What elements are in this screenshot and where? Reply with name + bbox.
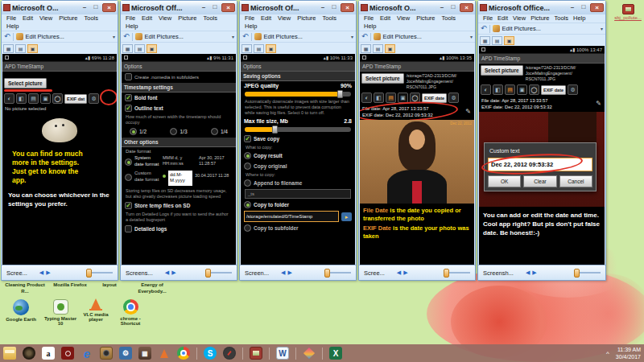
jpeg-quality-slider[interactable]	[245, 92, 351, 97]
bold-font-row[interactable]: ✓Bold font	[122, 93, 236, 103]
single-picture-view-button[interactable]: ▣	[266, 44, 276, 53]
chrome-icon[interactable]	[177, 347, 190, 360]
checkbox-unchecked[interactable]	[125, 225, 132, 232]
menu-edit[interactable]: Edit	[497, 14, 508, 23]
menu-edit[interactable]: Edit	[261, 14, 271, 23]
maximize-button[interactable]: □	[210, 3, 220, 12]
save-icon[interactable]: ▤	[28, 93, 39, 104]
maximize-button[interactable]: □	[579, 3, 588, 12]
filmstrip-view-button[interactable]: ▤	[492, 36, 502, 45]
zoom-slider[interactable]	[574, 269, 601, 278]
minimize-button[interactable]: –	[199, 3, 208, 12]
settings-gear-icon[interactable]: ⚙	[448, 93, 459, 103]
desktop-label-mozilla-firefox[interactable]: Mozilla Firefox	[50, 282, 90, 289]
menu-tools[interactable]: Tools	[85, 14, 99, 23]
flip-icon[interactable]: ◧	[16, 93, 27, 104]
zoom-slider-thumb[interactable]	[324, 269, 330, 278]
checkbox-checked[interactable]: ✓	[125, 94, 132, 101]
radio-third[interactable]: 1/3	[170, 128, 187, 135]
single-picture-view-button[interactable]: ▣	[504, 36, 514, 45]
menu-edit[interactable]: Edit	[142, 14, 152, 23]
edit-pictures-button[interactable]: Edit Pictures...	[383, 33, 422, 40]
select-picture-button[interactable]: Select picture	[4, 78, 47, 88]
edit-pictures-button[interactable]: Edit Pictures...	[145, 33, 184, 40]
checkbox-checked[interactable]: ✓	[125, 105, 132, 112]
save-icon[interactable]: ▤	[386, 93, 396, 103]
rotate-icon[interactable]: ◐	[4, 93, 14, 104]
filmstrip-view-button[interactable]: ▤	[134, 44, 145, 53]
minimize-button[interactable]: –	[318, 3, 328, 12]
toolbar-overflow-icon[interactable]: ▾	[232, 34, 234, 39]
menu-help[interactable]: Help	[364, 23, 376, 31]
slider-thumb[interactable]	[272, 125, 278, 134]
menu-file[interactable]: File	[126, 14, 135, 23]
undo-icon[interactable]: ↶	[4, 33, 10, 40]
window-titlebar[interactable]: Microsoft Office... – □ ×	[478, 1, 605, 14]
custom-date-format-row[interactable]: Custom date format dd.M-M.yyyy 30.04.201…	[122, 169, 236, 187]
close-button[interactable]: ×	[460, 3, 473, 12]
menu-view[interactable]: View	[159, 14, 171, 23]
store-temp-row[interactable]: ✓Store temp files on SD	[122, 200, 236, 211]
minimize-button[interactable]: –	[568, 3, 577, 12]
copy-result-row[interactable]: Copy result	[241, 150, 355, 161]
menu-help[interactable]: Help	[573, 14, 585, 23]
menu-help[interactable]: Help	[126, 23, 138, 31]
window-titlebar[interactable]: Microsoft O... – □ ×	[2, 1, 118, 14]
stamp-circle-icon[interactable]: ◯	[529, 84, 539, 95]
picture-manager-taskbar-icon[interactable]	[250, 347, 262, 360]
single-picture-view-button[interactable]: ▣	[385, 44, 395, 53]
zoom-slider[interactable]	[444, 269, 470, 278]
window-titlebar[interactable]: Microsoft Of... – □ ×	[240, 1, 356, 14]
media-player-icon[interactable]: ▦	[138, 347, 151, 360]
prev-next-icons[interactable]: ◀▶	[526, 269, 539, 276]
radio-half[interactable]: 1/2	[130, 128, 147, 135]
excel-icon[interactable]: X	[329, 347, 342, 360]
menu-view[interactable]: View	[278, 14, 291, 23]
audio-player-icon[interactable]	[23, 347, 35, 360]
desktop-icon-typing-master[interactable]: Typing Master 10	[42, 299, 79, 326]
desktop-label-cleaning-product[interactable]: Cleaning Product R...	[2, 282, 48, 294]
outline-text-row[interactable]: ✓Outline text	[122, 103, 236, 113]
select-picture-button[interactable]: Select picture	[361, 73, 404, 84]
copy-folder-field[interactable]: /storage/emulated/0/TimeStamp	[244, 211, 339, 222]
menu-file[interactable]: File	[483, 14, 493, 23]
undo-icon[interactable]: ↶	[481, 25, 487, 32]
maximize-button[interactable]: □	[91, 3, 101, 12]
checkbox-unchecked[interactable]	[125, 73, 132, 80]
photos-icon[interactable]	[303, 347, 316, 360]
menu-picture[interactable]: Picture	[416, 14, 435, 23]
desktop-icon-sbj-pollute[interactable]: sbj_pollute...	[613, 4, 642, 20]
crop-icon[interactable]: ▣	[40, 93, 51, 104]
prev-next-icons[interactable]: ◀▶	[165, 269, 179, 276]
undo-icon[interactable]: ↶	[361, 33, 368, 40]
thumbnail-view-button[interactable]: ▦	[361, 44, 371, 53]
file-explorer-icon[interactable]	[3, 347, 16, 360]
thumbnail-view-button[interactable]: ▦	[122, 44, 133, 53]
edit-pencil-icon[interactable]: ✎	[465, 108, 471, 115]
zoom-slider-thumb[interactable]	[444, 269, 449, 278]
close-button[interactable]: ×	[590, 3, 604, 12]
copy-to-folder-row[interactable]: Copy to folder	[241, 200, 355, 210]
radio-quarter[interactable]: 1/4	[211, 128, 228, 135]
edit-pictures-button[interactable]: Edit Pictures...	[502, 25, 541, 32]
menu-edit[interactable]: Edit	[23, 14, 33, 23]
menu-view[interactable]: View	[39, 14, 52, 23]
prev-next-icons[interactable]: ◀▶	[281, 269, 295, 276]
checkbox-checked[interactable]: ✓	[125, 202, 132, 209]
zoom-slider[interactable]	[205, 269, 232, 278]
save-copy-row[interactable]: ✓Save copy	[241, 134, 355, 144]
ok-button[interactable]: OK	[488, 175, 521, 187]
append-row[interactable]: Append to filename	[241, 178, 355, 188]
cancel-button[interactable]: Cancel	[559, 175, 592, 187]
settings-gear-icon[interactable]: ⚙	[568, 84, 578, 95]
edit-pencil-icon[interactable]: ✎	[596, 100, 601, 107]
clear-button[interactable]: Clear	[523, 175, 556, 187]
menu-file[interactable]: File	[245, 14, 254, 23]
pc-settings-icon[interactable]: ⚙	[119, 347, 132, 360]
exif-date-button[interactable]: EXIF date	[541, 85, 566, 95]
menu-tools[interactable]: Tools	[323, 14, 337, 23]
close-button[interactable]: ×	[102, 3, 116, 12]
checkbox-checked[interactable]: ✓	[244, 135, 251, 142]
prev-next-icons[interactable]: ◀▶	[39, 269, 53, 276]
window-titlebar[interactable]: Microsoft O... – □ ×	[359, 1, 475, 14]
